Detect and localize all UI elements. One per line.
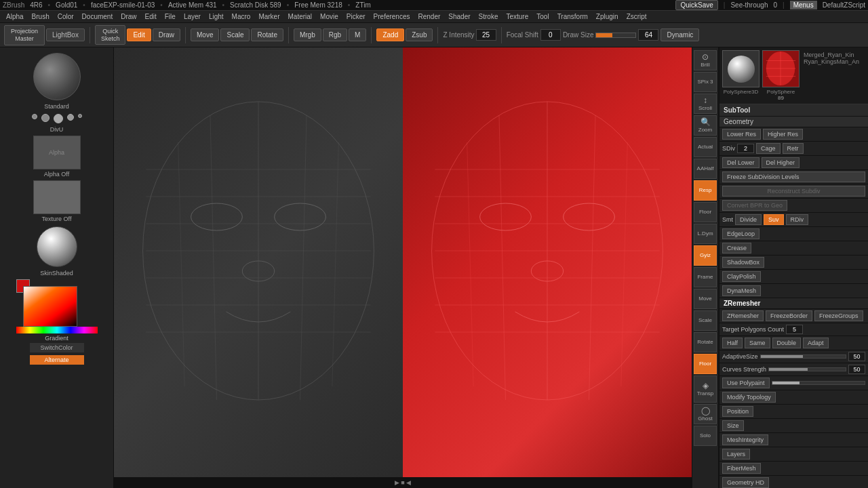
m-button[interactable]: M xyxy=(349,28,366,41)
switch-color-button[interactable]: SwitchColor xyxy=(30,343,84,352)
geometry-section-header[interactable]: Geometry xyxy=(719,117,868,127)
tool-actual[interactable]: Actual xyxy=(694,137,717,157)
menu-transform[interactable]: Transform xyxy=(554,12,591,21)
adapt-button[interactable]: Adapt xyxy=(803,338,829,348)
menu-stroke[interactable]: Stroke xyxy=(475,12,502,21)
polymesh-thumb[interactable] xyxy=(762,50,800,87)
color-intensity-slider[interactable] xyxy=(772,381,865,385)
del-lower-button[interactable]: Del Lower xyxy=(722,157,760,168)
edgeloop-button[interactable]: EdgeLoop xyxy=(722,228,760,239)
cage-button[interactable]: Cage xyxy=(756,143,781,154)
menu-brush[interactable]: Brush xyxy=(28,12,53,21)
menu-movie[interactable]: Movie xyxy=(317,12,342,21)
tool-zoom[interactable]: 🔍Zoom xyxy=(694,115,717,136)
menu-marker[interactable]: Marker xyxy=(255,12,283,21)
menu-picker[interactable]: Picker xyxy=(343,12,369,21)
use-polypaint-button[interactable]: Use Polypaint xyxy=(722,378,770,388)
quick-sketch-button[interactable]: QuickSketch xyxy=(95,25,126,45)
mesh-integrity-button[interactable]: MeshIntegrity xyxy=(722,434,768,445)
zsub-button[interactable]: Zsub xyxy=(406,28,433,41)
retr-button[interactable]: Retr xyxy=(783,143,804,154)
rdiv-button[interactable]: RDiv xyxy=(786,214,809,225)
adaptive-size-slider[interactable] xyxy=(760,354,846,359)
tool-scale[interactable]: Scale xyxy=(694,310,717,331)
tool-ghost[interactable]: ◯Ghost xyxy=(694,404,717,424)
menu-texture[interactable]: Texture xyxy=(502,12,532,21)
layers-button[interactable]: Layers xyxy=(722,449,750,460)
menu-material[interactable]: Material xyxy=(285,12,316,21)
higher-res-button[interactable]: Higher Res xyxy=(763,129,803,140)
tool-scroll[interactable]: ↕Scroll xyxy=(694,94,717,114)
menu-layer[interactable]: Layer xyxy=(180,12,204,21)
shadowbox-button[interactable]: ShadowBox xyxy=(722,257,764,268)
tool-resp[interactable]: Resp xyxy=(694,180,717,201)
menu-zscript[interactable]: Zscript xyxy=(623,12,650,21)
tool-move[interactable]: Move xyxy=(694,289,717,309)
double-button[interactable]: Double xyxy=(772,338,802,348)
dynamesh-button[interactable]: DynaMesh xyxy=(722,285,761,296)
lightbox-button[interactable]: LightBox xyxy=(46,28,85,41)
menu-preferences[interactable]: Preferences xyxy=(370,12,414,21)
material-preview[interactable] xyxy=(37,226,77,267)
rotate-button[interactable]: Rotate xyxy=(251,28,283,41)
draw-size-slider[interactable] xyxy=(595,33,636,38)
tool-local[interactable]: L.Dym xyxy=(694,224,717,244)
lower-res-button[interactable]: Lower Res xyxy=(722,129,761,140)
menu-color[interactable]: Color xyxy=(54,12,77,21)
draw-button[interactable]: Draw xyxy=(153,28,180,41)
menu-draw[interactable]: Draw xyxy=(117,12,140,21)
mrgb-button[interactable]: Mrgb xyxy=(294,28,321,41)
menu-document[interactable]: Document xyxy=(79,12,117,21)
menu-light[interactable]: Light xyxy=(205,12,227,21)
tool-solo[interactable]: Solo xyxy=(694,426,717,446)
alpha-preview[interactable]: Alpha xyxy=(33,136,81,169)
menu-alpha[interactable]: Alpha xyxy=(3,12,27,21)
tool-floor2[interactable]: Floor xyxy=(694,354,717,374)
menu-zplugin[interactable]: Zplugin xyxy=(593,12,622,21)
move-button[interactable]: Move xyxy=(191,28,219,41)
tool-gyiz[interactable]: Gyiz xyxy=(694,245,717,266)
claypolish-button[interactable]: ClayPolish xyxy=(722,271,761,282)
freeze-subdiv-button[interactable]: Freeze SubDivision Levels xyxy=(722,171,865,182)
curves-strength-slider[interactable] xyxy=(768,367,846,371)
menus-button[interactable]: Menus xyxy=(790,1,817,9)
rgb-button[interactable]: Rgb xyxy=(323,28,347,41)
zremesher-button[interactable]: ZRemesher xyxy=(722,310,764,321)
canvas-area[interactable]: ▶ ■ ◀ xyxy=(114,47,692,488)
geometry-hd-button[interactable]: Geometry HD xyxy=(722,477,769,488)
reconstruct-subdiv-button[interactable]: Reconstruct Subdiv xyxy=(722,186,865,197)
tool-floor[interactable]: Floor xyxy=(694,202,717,222)
menu-file[interactable]: File xyxy=(161,12,179,21)
tool-transp[interactable]: ◈Transp xyxy=(694,375,717,403)
menu-shader[interactable]: Shader xyxy=(445,12,473,21)
freeze-groups-button[interactable]: FreezeGroups xyxy=(814,310,863,321)
tool-brill[interactable]: ⊙Brill xyxy=(694,50,717,70)
menu-edit[interactable]: Edit xyxy=(142,12,160,21)
quick-save-button[interactable]: QuickSave xyxy=(675,0,717,10)
tool-aahalf[interactable]: AAHalf xyxy=(694,159,717,179)
dynamic-button[interactable]: Dynamic xyxy=(660,28,699,41)
projection-master-button[interactable]: ProjectionMaster xyxy=(4,25,45,45)
color-picker[interactable] xyxy=(16,279,98,333)
modify-topology-button[interactable]: Modify Topology xyxy=(722,392,776,403)
edit-button[interactable]: Edit xyxy=(127,28,151,41)
crease-button[interactable]: Crease xyxy=(722,243,751,253)
position-button[interactable]: Position xyxy=(722,406,753,417)
freeze-border-button[interactable]: FreezeBorder xyxy=(766,310,812,321)
size-button[interactable]: Size xyxy=(722,420,744,431)
fibermesh-button[interactable]: FiberMesh xyxy=(722,463,761,474)
menu-macro[interactable]: Macro xyxy=(229,12,254,21)
zadd-button[interactable]: Zadd xyxy=(376,28,404,41)
tool-frame[interactable]: Frame xyxy=(694,267,717,287)
alternate-button[interactable]: Alternate xyxy=(30,355,84,365)
menu-tool[interactable]: Tool xyxy=(533,12,552,21)
convert-bpr-button[interactable]: Convert BPR to Geo xyxy=(722,200,787,211)
tool-rotate[interactable]: Rotate xyxy=(694,332,717,352)
tool-spix[interactable]: SPix 3 xyxy=(694,72,717,92)
texture-preview[interactable] xyxy=(33,180,81,214)
same-button[interactable]: Same xyxy=(745,338,770,348)
zremesher-section-header[interactable]: ZRemesher xyxy=(719,298,868,309)
scale-button[interactable]: Scale xyxy=(220,28,250,41)
divide-button[interactable]: Divide xyxy=(735,214,762,225)
menu-render[interactable]: Render xyxy=(415,12,444,21)
